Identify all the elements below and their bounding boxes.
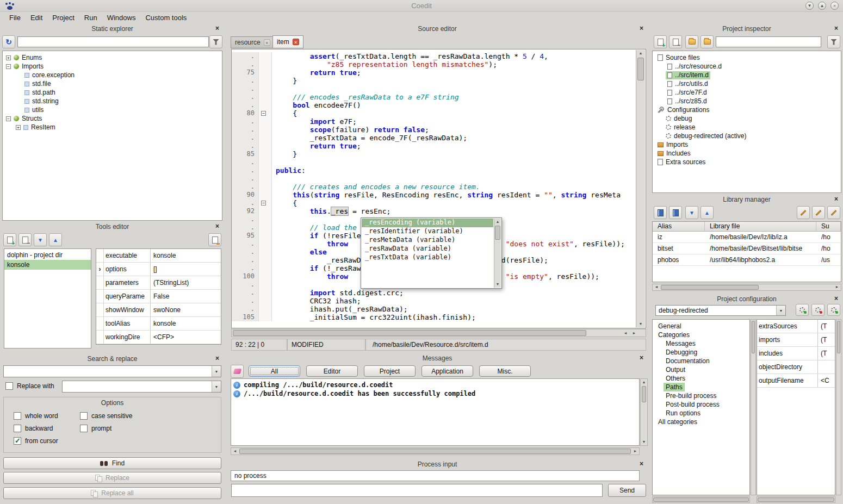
chevron-down-icon[interactable]: ▼	[776, 306, 785, 315]
scroll-right-icon[interactable]: ►	[631, 448, 639, 455]
select-library-source-button[interactable]	[827, 206, 840, 219]
scroll-down-icon[interactable]: ▼	[637, 321, 644, 327]
scrollbar-thumb[interactable]	[752, 321, 755, 353]
add-library-button[interactable]	[654, 206, 667, 219]
add-source-button[interactable]	[654, 35, 667, 48]
filter-button[interactable]	[209, 35, 222, 48]
fold-collapse-icon[interactable]: −	[261, 201, 266, 206]
scrollbar-thumb[interactable]	[642, 386, 646, 402]
prompt-option[interactable]: prompt	[80, 425, 221, 432]
completion-item[interactable]: _resTxtData (variable)	[362, 253, 493, 262]
search-term-combo[interactable]: ▼	[3, 365, 221, 377]
tree-group-includes[interactable]: Includes	[653, 149, 841, 158]
scroll-left-icon[interactable]: ◄	[653, 284, 660, 290]
menu-file[interactable]: File	[4, 13, 26, 23]
config-property-row[interactable]: includes(T	[757, 347, 835, 360]
move-up-button[interactable]: ▲	[701, 206, 714, 219]
symbol-search-input[interactable]	[17, 36, 209, 47]
scrollbar-thumb[interactable]	[239, 449, 631, 454]
project-configuration-item[interactable]: debug-redirected (active)	[653, 132, 841, 140]
tree-group-imports[interactable]: Imports	[653, 140, 841, 149]
scrollbar-thumb[interactable]	[495, 226, 500, 240]
clear-messages-button[interactable]	[231, 365, 244, 378]
config-property-row[interactable]: imports(T	[757, 333, 835, 347]
tool-property-row[interactable]: showWindowswoNone	[96, 303, 221, 317]
scroll-down-icon[interactable]: ▼	[494, 281, 501, 288]
close-icon[interactable]: ×	[214, 223, 221, 230]
close-icon[interactable]: ×	[833, 25, 840, 32]
from-cursor-option[interactable]: from cursor	[14, 437, 80, 445]
edit-alias-button[interactable]	[797, 206, 810, 219]
close-icon[interactable]: ×	[214, 355, 221, 362]
remove-library-button[interactable]	[669, 206, 682, 219]
close-icon[interactable]: ×	[833, 196, 840, 203]
scroll-up-icon[interactable]: ▲	[494, 219, 501, 225]
scrollbar-thumb[interactable]	[837, 321, 840, 353]
menu-custom-tools[interactable]: Custom tools	[140, 13, 191, 23]
config-category[interactable]: Documentation	[653, 357, 749, 365]
tree-group-extra-sources[interactable]: Extra sources	[653, 158, 841, 166]
messages-filter-application[interactable]: Application	[421, 365, 473, 377]
scrollbar-thumb[interactable]	[661, 285, 759, 290]
messages-filter-editor[interactable]: Editor	[306, 365, 358, 377]
library-row[interactable]: bitset/home/basile/Dev/Bitset/lib/bitse/…	[653, 243, 841, 254]
tool-property-row[interactable]: workingDire<CFP>	[96, 331, 221, 344]
project-source-file-selected[interactable]: ../src/item.d	[653, 71, 841, 79]
completion-item[interactable]: _resIdentifier (variable)	[362, 227, 493, 236]
replace-with-checkbox[interactable]	[5, 382, 13, 390]
close-icon[interactable]: ×	[833, 295, 840, 302]
config-category[interactable]: Pre-build process	[653, 391, 749, 400]
config-category[interactable]: All categories	[653, 418, 749, 426]
config-category[interactable]: Debugging	[653, 348, 749, 357]
scroll-right-icon[interactable]: ►	[833, 284, 841, 290]
config-property-row[interactable]: outputFilename<C	[757, 374, 835, 388]
add-configuration-button[interactable]	[796, 304, 809, 316]
project-source-file[interactable]: ../src/e7F.d	[653, 88, 841, 97]
tree-item-imports[interactable]: −Imports	[3, 62, 222, 71]
category-horizontal-scrollbar[interactable]	[652, 496, 750, 503]
message-item[interactable]: i/.../build/resource.d.coedit has been s…	[231, 389, 639, 398]
tab-item-active[interactable]: item ×	[272, 35, 303, 48]
messages-horizontal-scrollbar[interactable]: ◄ ►	[231, 447, 640, 455]
replace-all-button[interactable]: Replace all	[3, 487, 221, 499]
messages-filter-project[interactable]: Project	[364, 365, 416, 377]
tree-item-enums[interactable]: +Enums	[3, 53, 222, 62]
category-scrollbar[interactable]	[751, 319, 756, 495]
whole-word-option[interactable]: whole word	[14, 412, 80, 420]
chevron-down-icon[interactable]: ▼	[212, 366, 221, 377]
close-icon[interactable]: ×	[214, 25, 221, 32]
library-row[interactable]: phobos/usr/lib64/libphobos2.a/us	[653, 254, 841, 266]
library-horizontal-scrollbar[interactable]: ◄ ►	[652, 284, 841, 291]
checkbox-checked[interactable]	[14, 437, 21, 445]
editor-vertical-scrollbar[interactable]: ▲ ▼	[636, 50, 645, 327]
menu-project[interactable]: Project	[47, 13, 79, 23]
tree-group-configurations[interactable]: Configurations	[653, 105, 841, 114]
project-filter-input[interactable]	[716, 36, 821, 47]
fold-collapse-icon[interactable]: −	[261, 111, 266, 116]
tool-property-row[interactable]: parameters(TStringList)	[96, 276, 221, 290]
tree-item-resitem[interactable]: +ResItem	[3, 123, 222, 132]
filter-button[interactable]	[827, 35, 840, 48]
project-source-file[interactable]: ../src/utils.d	[653, 79, 841, 88]
process-input-field[interactable]	[231, 484, 603, 497]
completion-item[interactable]: _resRawData (variable)	[362, 245, 493, 253]
tab-close-icon[interactable]: ×	[293, 39, 299, 45]
tool-property-row[interactable]: executablekonsole	[96, 249, 221, 263]
window-maximize-icon[interactable]: ▲	[818, 2, 826, 10]
move-down-button[interactable]: ▼	[685, 206, 698, 219]
replace-button[interactable]: Replace	[3, 472, 221, 484]
scroll-left-icon[interactable]: ◄	[231, 448, 239, 455]
menu-run[interactable]: Run	[79, 13, 102, 23]
scroll-up-icon[interactable]: ▲	[640, 379, 648, 385]
editor-horizontal-scrollbar[interactable]: ◄ ►	[231, 329, 646, 337]
close-icon[interactable]: ×	[638, 461, 645, 468]
add-folder-button[interactable]	[685, 35, 698, 48]
config-category[interactable]: Post-build process	[653, 400, 749, 409]
messages-filter-all[interactable]: All	[249, 365, 300, 377]
column-alias[interactable]: Alias	[653, 222, 705, 231]
scrollbar-thumb[interactable]	[758, 497, 834, 502]
project-configuration-item[interactable]: release	[653, 123, 841, 132]
window-minimize-icon[interactable]: ▼	[805, 2, 814, 10]
config-category[interactable]: General	[653, 322, 749, 331]
completion-item[interactable]: _resMetaData (variable)	[362, 236, 493, 245]
